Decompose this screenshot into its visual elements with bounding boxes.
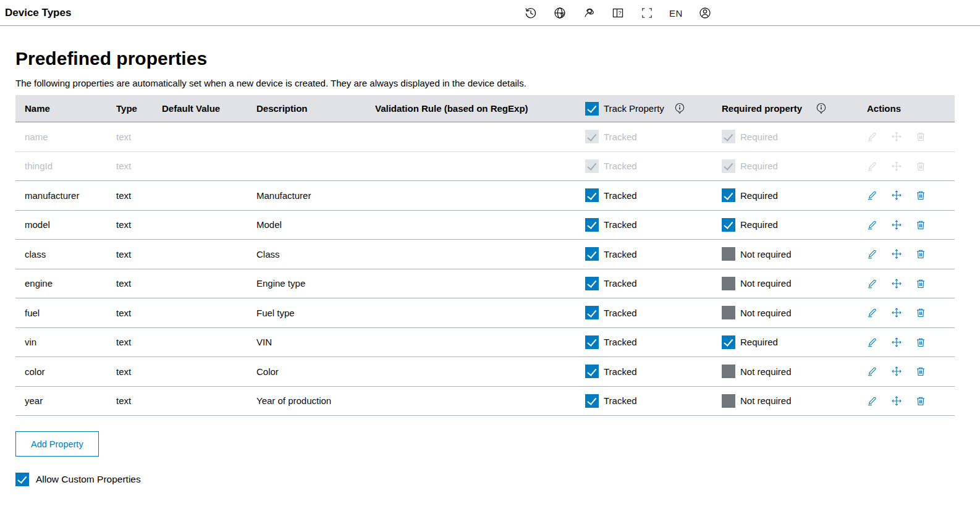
delete-icon[interactable]: [915, 337, 926, 348]
language-globe-icon[interactable]: [553, 6, 567, 20]
required-checkbox[interactable]: [722, 218, 735, 232]
table-row: engine text Engine type Tracked Not requ…: [15, 269, 955, 299]
table-row: class text Class Tracked Not required: [15, 240, 955, 269]
move-icon[interactable]: [891, 219, 902, 230]
move-icon[interactable]: [891, 248, 902, 259]
table-header-row: Name Type Default Value Description Vali…: [15, 95, 955, 122]
move-icon[interactable]: [891, 278, 902, 289]
delete-icon: [915, 131, 926, 142]
delete-icon: [915, 161, 926, 172]
delete-icon[interactable]: [915, 190, 926, 201]
history-icon[interactable]: [524, 6, 538, 20]
edit-icon[interactable]: [867, 395, 878, 407]
allow-custom-properties-row: Allow Custom Properties: [15, 473, 955, 486]
required-label: Required: [740, 337, 778, 347]
required-checkbox: [722, 159, 735, 173]
tracked-checkbox[interactable]: [585, 218, 599, 232]
table-row: color text Color Tracked Not required: [15, 357, 955, 387]
edit-icon[interactable]: [867, 219, 878, 230]
move-icon[interactable]: [891, 337, 902, 348]
track-property-info-icon[interactable]: [674, 103, 685, 115]
tracked-checkbox[interactable]: [585, 306, 599, 319]
tracked-checkbox[interactable]: [585, 277, 599, 290]
table-row: manufacturer text Manufacturer Tracked R…: [15, 181, 955, 211]
cell-type: text: [116, 366, 162, 377]
cell-name: name: [15, 132, 116, 142]
fullscreen-icon[interactable]: [640, 6, 654, 20]
cell-type: text: [116, 190, 162, 201]
page-subtitle: The following properties are automatical…: [15, 78, 955, 88]
support-headset-icon[interactable]: [582, 6, 596, 20]
tracked-label: Tracked: [604, 132, 637, 142]
required-checkbox[interactable]: [722, 306, 735, 319]
delete-icon[interactable]: [915, 278, 926, 289]
delete-icon[interactable]: [915, 395, 926, 407]
header-type: Type: [116, 103, 162, 114]
cell-name: vin: [15, 337, 116, 347]
edit-icon[interactable]: [867, 278, 878, 289]
required-checkbox[interactable]: [722, 188, 735, 202]
edit-icon: [867, 161, 878, 172]
move-icon[interactable]: [891, 307, 902, 318]
table-row: thingId text Tracked Required: [15, 152, 955, 182]
svg-text:?: ?: [619, 10, 622, 16]
allow-custom-properties-checkbox[interactable]: [15, 473, 29, 486]
tracked-checkbox[interactable]: [585, 365, 599, 378]
tracked-label: Tracked: [604, 395, 637, 406]
cell-description: VIN: [256, 337, 375, 347]
tracked-checkbox[interactable]: [585, 394, 599, 408]
move-icon: [891, 131, 902, 142]
delete-icon[interactable]: [915, 219, 926, 230]
delete-icon[interactable]: [915, 366, 926, 377]
tracked-label: Tracked: [604, 190, 637, 201]
tracked-label: Tracked: [604, 219, 637, 230]
tracked-label: Tracked: [604, 249, 637, 259]
track-all-checkbox[interactable]: [585, 102, 599, 116]
cell-type: text: [116, 395, 162, 406]
edit-icon[interactable]: [867, 190, 878, 201]
header-name: Name: [15, 103, 116, 114]
tracked-label: Tracked: [604, 366, 637, 377]
add-property-button[interactable]: Add Property: [15, 431, 99, 457]
tracked-checkbox: [585, 130, 599, 143]
language-label[interactable]: EN: [669, 8, 683, 19]
predefined-properties-table: Name Type Default Value Description Vali…: [15, 95, 955, 416]
required-checkbox[interactable]: [722, 247, 735, 261]
required-property-info-icon[interactable]: [816, 103, 827, 115]
required-checkbox: [722, 130, 735, 143]
edit-icon[interactable]: [867, 248, 878, 259]
tracked-label: Tracked: [604, 278, 637, 289]
help-book-icon[interactable]: ?: [611, 6, 625, 20]
edit-icon[interactable]: [867, 337, 878, 348]
move-icon[interactable]: [891, 395, 902, 407]
cell-type: text: [116, 132, 162, 142]
table-row: model text Model Tracked Required: [15, 211, 955, 240]
required-checkbox[interactable]: [722, 394, 735, 408]
header-track-property: Track Property: [604, 103, 664, 114]
move-icon[interactable]: [891, 366, 902, 377]
required-checkbox[interactable]: [722, 335, 735, 349]
cell-name: engine: [15, 278, 116, 289]
account-icon[interactable]: [698, 6, 712, 20]
tracked-checkbox: [585, 159, 599, 173]
header-required-property: Required property: [722, 103, 802, 114]
required-checkbox[interactable]: [722, 277, 735, 290]
required-label: Not required: [740, 278, 792, 289]
delete-icon[interactable]: [915, 248, 926, 259]
tracked-label: Tracked: [604, 337, 637, 347]
tracked-checkbox[interactable]: [585, 188, 599, 202]
table-row: year text Year of production Tracked Not…: [15, 387, 955, 416]
required-checkbox[interactable]: [722, 365, 735, 378]
topbar-icon-group: ? EN: [524, 0, 712, 26]
move-icon[interactable]: [891, 190, 902, 201]
cell-description: Color: [256, 366, 375, 377]
tracked-checkbox[interactable]: [585, 247, 599, 261]
tracked-checkbox[interactable]: [585, 335, 599, 349]
edit-icon[interactable]: [867, 307, 878, 318]
allow-custom-properties-label: Allow Custom Properties: [36, 474, 141, 485]
delete-icon[interactable]: [915, 307, 926, 318]
header-description: Description: [256, 103, 375, 114]
cell-description: Model: [256, 219, 375, 230]
cell-type: text: [116, 278, 162, 289]
edit-icon[interactable]: [867, 366, 878, 377]
